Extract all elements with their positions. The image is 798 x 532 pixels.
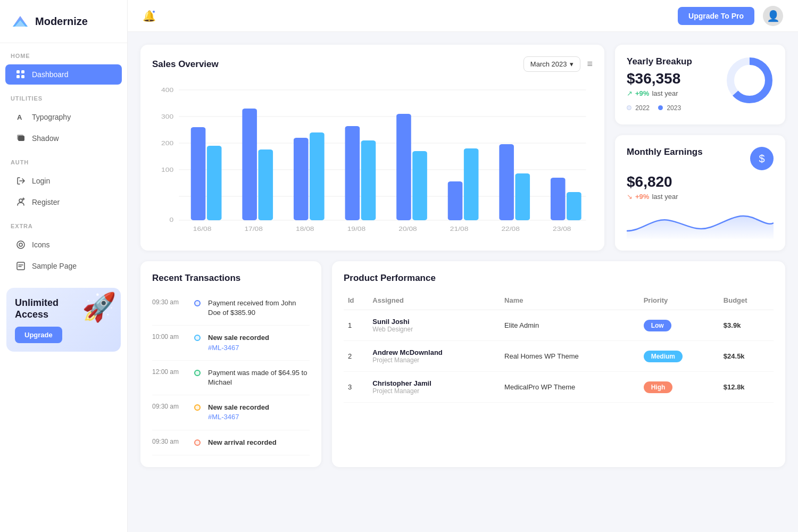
col-name: Name bbox=[500, 291, 639, 310]
cell-budget: $3.9k bbox=[719, 310, 774, 341]
monthly-icon: $ bbox=[750, 147, 774, 170]
legend-dot-2022 bbox=[627, 105, 631, 110]
product-title: Product Performance bbox=[344, 273, 436, 284]
svg-rect-33 bbox=[396, 114, 411, 220]
sidebar-item-typography[interactable]: ATypography bbox=[5, 107, 122, 127]
sidebar-item-label-shadow: Shadow bbox=[32, 134, 59, 143]
transaction-item: 09:30 amPayment received from John Doe o… bbox=[152, 291, 310, 326]
monthly-trend-pct: +9% bbox=[635, 193, 649, 201]
transaction-dot bbox=[194, 370, 201, 376]
sidebar-nav: HOMEDashboardUTILITIESATypographyShadowA… bbox=[0, 43, 127, 277]
svg-rect-25 bbox=[191, 127, 206, 220]
upgrade-button[interactable]: Upgrade bbox=[15, 327, 62, 343]
yearly-top: Yearly Breakup $36,358 ↗ +9% last year bbox=[627, 56, 774, 104]
transaction-bold-text: New sale recorded bbox=[208, 403, 269, 411]
sidebar-section-label: UTILITIES bbox=[0, 86, 127, 106]
product-table: Id Assigned Name Priority Budget 1Sunil … bbox=[344, 291, 774, 403]
transaction-item: 12:00 amPayment was made of $64.95 to Mi… bbox=[152, 361, 310, 395]
svg-text:20/08: 20/08 bbox=[398, 226, 417, 232]
main-area: 🔔 Upgrade To Pro 👤 Sales Overview March … bbox=[128, 0, 798, 532]
svg-rect-3 bbox=[16, 70, 20, 73]
monthly-trend-label: last year bbox=[652, 193, 678, 201]
right-column: Yearly Breakup $36,358 ↗ +9% last year bbox=[615, 45, 785, 251]
transaction-bold-text: New arrival recorded bbox=[208, 438, 277, 446]
svg-rect-34 bbox=[412, 151, 427, 220]
svg-text:300: 300 bbox=[161, 113, 173, 120]
type-icon: A bbox=[16, 112, 26, 122]
sidebar-item-icons[interactable]: Icons bbox=[5, 235, 122, 255]
assigned-role: Project Manager bbox=[372, 387, 496, 395]
monthly-earnings-title: Monthly Earnings bbox=[627, 147, 703, 157]
transaction-desc: Payment was made of $64.95 to Michael bbox=[208, 368, 310, 387]
sample-icon bbox=[16, 261, 26, 271]
col-id: Id bbox=[344, 291, 368, 310]
yearly-breakup-card: Yearly Breakup $36,358 ↗ +9% last year bbox=[615, 45, 785, 124]
upgrade-pro-button[interactable]: Upgrade To Pro bbox=[678, 7, 754, 25]
svg-rect-28 bbox=[258, 149, 273, 220]
sidebar-item-register[interactable]: Register bbox=[5, 192, 122, 212]
sidebar-item-shadow[interactable]: Shadow bbox=[5, 128, 122, 148]
product-table-head: Id Assigned Name Priority Budget bbox=[344, 291, 774, 310]
avatar[interactable]: 👤 bbox=[763, 6, 783, 26]
svg-text:19/08: 19/08 bbox=[347, 226, 366, 232]
bottom-row: Recent Transactions 09:30 amPayment rece… bbox=[140, 261, 785, 467]
assigned-name: Andrew McDownland bbox=[372, 348, 496, 356]
sidebar-item-sample[interactable]: Sample Page bbox=[5, 256, 122, 276]
transaction-link[interactable]: #ML-3467 bbox=[208, 344, 239, 352]
cell-assigned: Christopher JamilProject Manager bbox=[368, 372, 500, 403]
date-filter-button[interactable]: March 2023 ▾ bbox=[523, 56, 581, 72]
transaction-dot bbox=[194, 335, 201, 341]
sidebar-item-label-login: Login bbox=[32, 177, 50, 185]
svg-rect-32 bbox=[361, 140, 376, 220]
yearly-left: Yearly Breakup $36,358 ↗ +9% last year bbox=[627, 56, 692, 104]
svg-text:22/08: 22/08 bbox=[501, 226, 520, 232]
sidebar-item-label-dashboard: Dashboard bbox=[32, 70, 69, 79]
sidebar-section-label: EXTRA bbox=[0, 213, 127, 234]
yearly-trend: ↗ +9% last year bbox=[627, 89, 692, 97]
svg-rect-13 bbox=[17, 262, 24, 270]
cell-priority: High bbox=[639, 372, 719, 403]
sidebar-item-dashboard[interactable]: Dashboard bbox=[5, 64, 122, 85]
donut-svg bbox=[726, 56, 774, 104]
date-filter-label: March 2023 bbox=[530, 60, 567, 68]
cell-id: 1 bbox=[344, 310, 368, 341]
table-row: 3Christopher JamilProject ManagerMedical… bbox=[344, 372, 774, 403]
svg-text:400: 400 bbox=[161, 87, 173, 93]
more-options-button[interactable]: ≡ bbox=[587, 59, 593, 70]
svg-rect-6 bbox=[21, 75, 24, 78]
sparkline-svg bbox=[627, 207, 774, 239]
sidebar-item-label-icons: Icons bbox=[32, 240, 49, 249]
brand-logo-icon bbox=[11, 12, 30, 31]
trend-up-icon: ↗ bbox=[627, 89, 633, 97]
chevron-down-icon: ▾ bbox=[570, 60, 573, 68]
notification-button[interactable]: 🔔 bbox=[143, 10, 156, 22]
login-icon bbox=[16, 176, 26, 186]
content-area: Sales Overview March 2023 ▾ ≡ bbox=[128, 32, 798, 532]
yearly-trend-label: last year bbox=[652, 89, 678, 97]
monthly-amount: $6,820 bbox=[627, 173, 774, 190]
svg-rect-39 bbox=[551, 178, 566, 220]
notification-dot bbox=[152, 10, 156, 14]
cell-id: 2 bbox=[344, 341, 368, 372]
svg-point-11 bbox=[17, 241, 24, 248]
transaction-item: 10:00 amNew sale recorded#ML-3467 bbox=[152, 326, 310, 360]
monthly-sparkline bbox=[627, 207, 774, 239]
assigned-role: Web Designer bbox=[372, 326, 496, 333]
cell-priority: Medium bbox=[639, 341, 719, 372]
cell-budget: $24.5k bbox=[719, 341, 774, 372]
svg-rect-4 bbox=[21, 70, 24, 73]
transaction-time: 12:00 am bbox=[152, 368, 187, 376]
cell-priority: Low bbox=[639, 310, 719, 341]
header-right: Upgrade To Pro 👤 bbox=[678, 6, 783, 26]
transaction-link[interactable]: #ML-3467 bbox=[208, 413, 239, 421]
transaction-desc: New arrival recorded bbox=[208, 438, 277, 447]
yearly-legend: 2022 2023 bbox=[627, 104, 774, 112]
sidebar-item-login[interactable]: Login bbox=[5, 171, 122, 191]
sidebar-item-label-sample: Sample Page bbox=[32, 262, 77, 270]
legend-dot-2023 bbox=[658, 105, 663, 110]
cell-product-name: Real Homes WP Theme bbox=[500, 341, 639, 372]
svg-rect-31 bbox=[345, 126, 360, 220]
cell-assigned: Andrew McDownlandProject Manager bbox=[368, 341, 500, 372]
svg-rect-38 bbox=[515, 173, 530, 220]
brand-name: Modernize bbox=[35, 15, 88, 28]
